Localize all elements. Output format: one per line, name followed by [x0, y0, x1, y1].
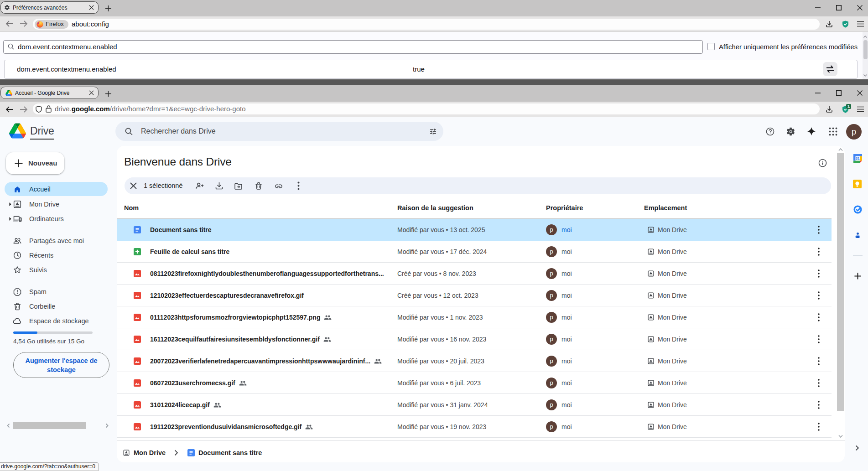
svg-text:31: 31	[856, 156, 860, 160]
